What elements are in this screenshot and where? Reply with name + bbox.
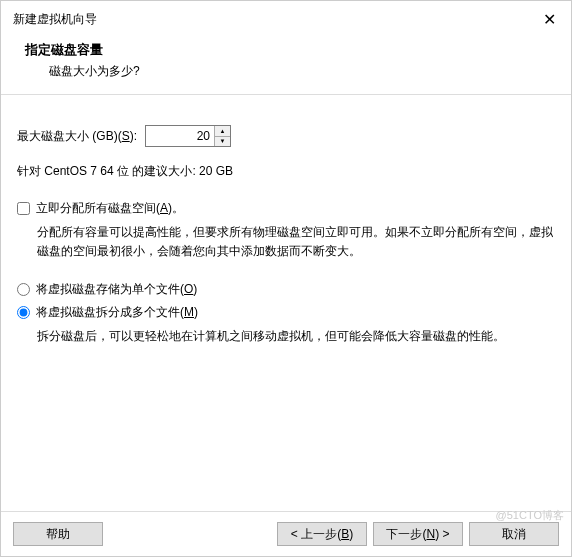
single-file-radio[interactable] <box>17 283 30 296</box>
split-file-row: 将虚拟磁盘拆分成多个文件(M) <box>17 304 555 321</box>
disk-size-row: 最大磁盘大小 (GB)(S): ▲ ▼ <box>17 125 555 147</box>
page-subtitle: 磁盘大小为多少? <box>25 63 547 80</box>
split-file-label: 将虚拟磁盘拆分成多个文件(M) <box>36 304 198 321</box>
close-icon[interactable]: ✕ <box>539 10 559 29</box>
spinner-up-icon[interactable]: ▲ <box>215 126 230 137</box>
disk-size-spinner: ▲ ▼ <box>145 125 231 147</box>
spinner-down-icon[interactable]: ▼ <box>215 137 230 147</box>
single-file-label: 将虚拟磁盘存储为单个文件(O) <box>36 281 197 298</box>
split-file-radio[interactable] <box>17 306 30 319</box>
allocate-now-description: 分配所有容量可以提高性能，但要求所有物理磁盘空间立即可用。如果不立即分配所有空间… <box>17 223 555 261</box>
wizard-header: 指定磁盘容量 磁盘大小为多少? <box>1 33 571 94</box>
wizard-content: 最大磁盘大小 (GB)(S): ▲ ▼ 针对 CentOS 7 64 位 的建议… <box>1 95 571 511</box>
help-button[interactable]: 帮助 <box>13 522 103 546</box>
back-button[interactable]: < 上一步(B) <box>277 522 367 546</box>
split-file-description: 拆分磁盘后，可以更轻松地在计算机之间移动虚拟机，但可能会降低大容量磁盘的性能。 <box>17 327 555 346</box>
cancel-button[interactable]: 取消 <box>469 522 559 546</box>
storage-radio-group: 将虚拟磁盘存储为单个文件(O) 将虚拟磁盘拆分成多个文件(M) 拆分磁盘后，可以… <box>17 281 555 346</box>
new-vm-wizard-dialog: 新建虚拟机向导 ✕ 指定磁盘容量 磁盘大小为多少? 最大磁盘大小 (GB)(S)… <box>0 0 572 557</box>
single-file-row: 将虚拟磁盘存储为单个文件(O) <box>17 281 555 298</box>
disk-size-input[interactable] <box>146 126 214 146</box>
allocate-now-label: 立即分配所有磁盘空间(A)。 <box>36 200 184 217</box>
allocate-now-checkbox[interactable] <box>17 202 30 215</box>
next-button[interactable]: 下一步(N) > <box>373 522 463 546</box>
page-title: 指定磁盘容量 <box>25 41 547 59</box>
spinner-buttons: ▲ ▼ <box>214 126 230 146</box>
allocate-now-row: 立即分配所有磁盘空间(A)。 <box>17 200 555 217</box>
recommended-size-text: 针对 CentOS 7 64 位 的建议大小: 20 GB <box>17 163 555 180</box>
titlebar: 新建虚拟机向导 ✕ <box>1 1 571 33</box>
disk-size-label: 最大磁盘大小 (GB)(S): <box>17 128 137 145</box>
dialog-title: 新建虚拟机向导 <box>13 11 97 28</box>
footer-nav-buttons: < 上一步(B) 下一步(N) > 取消 <box>277 522 559 546</box>
wizard-footer: 帮助 < 上一步(B) 下一步(N) > 取消 <box>1 511 571 556</box>
